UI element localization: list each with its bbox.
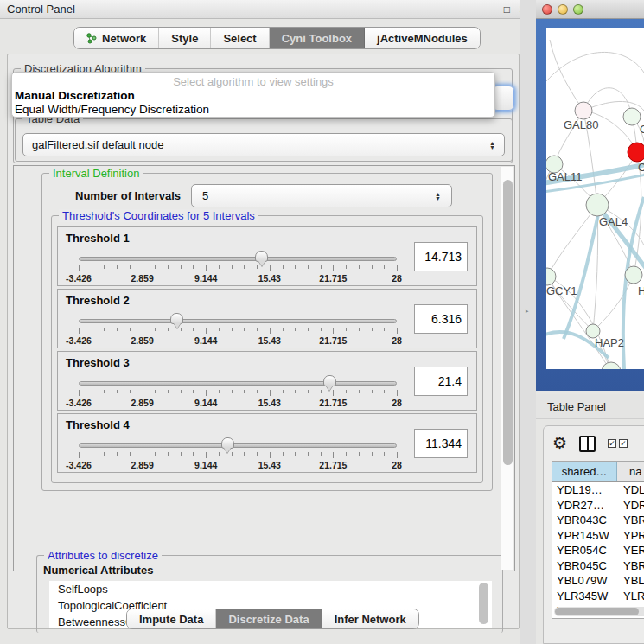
algorithm-option[interactable]: Equal Width/Frequency Discretization (15, 103, 492, 117)
network-node[interactable] (586, 194, 609, 216)
tick-mark (193, 390, 194, 393)
table-column-header[interactable]: shared… (552, 462, 617, 481)
cyni-toolbox-panel: Discretization Algorithm Table Data galF… (7, 54, 520, 629)
zoom-traffic-light-icon[interactable] (573, 4, 583, 15)
threshold-value-field[interactable]: 6.316 (414, 304, 468, 334)
slider-thumb[interactable] (221, 437, 234, 449)
tick-mark (257, 452, 258, 456)
table-row[interactable]: YER054CYER0 (552, 543, 644, 558)
threshold-box: Threshold 3-3.4262.8599.14415.4321.71528… (57, 351, 477, 411)
tick-mark (257, 390, 258, 393)
gear-icon[interactable]: ⚙ (552, 435, 567, 452)
slider-thumb[interactable] (323, 375, 336, 386)
tab-select[interactable]: Select (211, 28, 269, 48)
network-node[interactable] (602, 362, 621, 369)
table-row[interactable]: YDL19…YDL1 (552, 482, 644, 498)
tick-mark (270, 390, 271, 396)
number-of-intervals-spinner[interactable]: 5 ▲▼ (191, 184, 452, 207)
tab-infer-network[interactable]: Infer Network (322, 609, 418, 628)
node-table-rows: YDL19…YDL1YDR27…YDR2YBR043CYBR0YPR145WYP… (552, 482, 644, 619)
float-window-icon[interactable]: □ (504, 3, 510, 16)
slider-thumb[interactable] (255, 251, 268, 262)
tick-mark (143, 452, 143, 458)
splitter-handle-icon[interactable]: ▸ (526, 308, 530, 314)
network-node[interactable] (623, 108, 641, 125)
tick-label: 21.715 (319, 398, 347, 408)
tick-mark (219, 328, 220, 331)
attribute-list-item[interactable]: SelfLoops (49, 581, 492, 597)
threshold-value-field[interactable]: 11.344 (414, 429, 468, 458)
slider-track[interactable] (79, 257, 397, 261)
tab-style[interactable]: Style (159, 28, 211, 48)
table-row[interactable]: YLR345WYLR3 (552, 589, 644, 604)
slider-ticks (79, 390, 397, 397)
combobox-arrows-icon: ▲▼ (489, 141, 495, 150)
minimize-traffic-light-icon[interactable] (558, 4, 568, 15)
tick-mark (333, 328, 334, 334)
table-panel: ⚙ ✓ ✓ shared…na YDL19…YDL1YDR27…YDR2YBR0… (543, 425, 644, 644)
network-canvas[interactable]: GAL80GACGAL11GAL4GCY1HHAP2 (546, 28, 644, 369)
table-cell: YDR2 (617, 498, 644, 513)
algorithm-popup-hint: Select algorithm to view settings (12, 75, 494, 88)
vertical-scrollbar-thumb[interactable] (503, 180, 513, 465)
tick-label: 21.715 (319, 460, 347, 470)
panel-splitter[interactable] (520, 0, 536, 644)
close-traffic-light-icon[interactable] (542, 4, 552, 15)
tab-network[interactable]: Network (74, 28, 159, 48)
horizontal-scrollbar-track[interactable] (554, 607, 644, 616)
tick-mark (244, 328, 245, 331)
network-node[interactable] (625, 266, 642, 284)
tick-mark (308, 452, 309, 456)
tick-mark (232, 328, 233, 331)
threshold-slider[interactable]: -3.4262.8599.14415.4321.71528 (79, 373, 397, 409)
attribute-list-scrollbar[interactable] (479, 583, 488, 624)
columns-icon[interactable] (579, 436, 596, 452)
tab-jactivemnodules[interactable]: jActiveMNodules (365, 28, 480, 48)
tick-mark (92, 390, 92, 393)
slider-track[interactable] (79, 319, 397, 323)
table-row[interactable]: YBR043CYBR0 (552, 513, 644, 528)
table-row[interactable]: YBL079WYBL0 (552, 573, 644, 589)
checkbox-icon[interactable]: ✓ (608, 439, 616, 448)
tab-cyni-toolbox[interactable]: Cyni Toolbox (270, 28, 365, 48)
threshold-value-field[interactable]: 14.713 (414, 242, 468, 271)
tab-discretize-data[interactable]: Discretize Data (216, 609, 322, 628)
table-row[interactable]: YPR145WYPR1 (552, 528, 644, 544)
threshold-slider[interactable]: -3.4262.8599.14415.4321.71528 (79, 248, 397, 284)
tick-mark (104, 390, 105, 393)
tick-mark (130, 452, 131, 456)
checkbox-icon[interactable]: ✓ (619, 439, 628, 448)
threshold-slider[interactable]: -3.4262.8599.14415.4321.71528 (79, 310, 397, 347)
tick-mark (104, 265, 105, 269)
table-row[interactable]: YBR045CYBR0 (552, 558, 644, 574)
vertical-scrollbar-track[interactable] (501, 167, 513, 570)
table-cell: YBL0 (617, 573, 644, 589)
threshold-slider[interactable]: -3.4262.8599.14415.4321.71528 (79, 435, 397, 471)
tab-label: Network (102, 32, 146, 45)
tick-mark (359, 452, 360, 456)
tick-label: 9.144 (194, 398, 217, 408)
horizontal-scrollbar-thumb[interactable] (555, 608, 639, 615)
tab-label: Discretize Data (228, 613, 309, 626)
tick-mark (168, 265, 169, 269)
tick-mark (295, 452, 296, 456)
slider-track[interactable] (79, 381, 397, 386)
tab-label: Cyni Toolbox (282, 32, 352, 45)
tick-mark (372, 328, 373, 331)
tick-label: 2.859 (131, 273, 153, 284)
tick-mark (143, 328, 143, 334)
table-column-header[interactable]: na (617, 462, 644, 481)
tick-mark (104, 328, 105, 331)
tick-mark (359, 265, 360, 269)
algorithm-option[interactable]: Manual Discretization (15, 89, 492, 103)
tab-impute-data[interactable]: Impute Data (127, 609, 216, 628)
table-data-combobox[interactable]: galFiltered.sif default node ▲▼ (22, 133, 505, 156)
slider-thumb[interactable] (170, 313, 183, 324)
table-row[interactable]: YDR27…YDR2 (552, 498, 644, 513)
network-node-label: GCY1 (546, 284, 577, 297)
network-node[interactable] (546, 268, 556, 285)
slider-track[interactable] (79, 443, 397, 448)
threshold-value-field[interactable]: 21.4 (414, 367, 468, 396)
network-node[interactable] (628, 143, 644, 162)
network-node[interactable] (575, 102, 592, 119)
